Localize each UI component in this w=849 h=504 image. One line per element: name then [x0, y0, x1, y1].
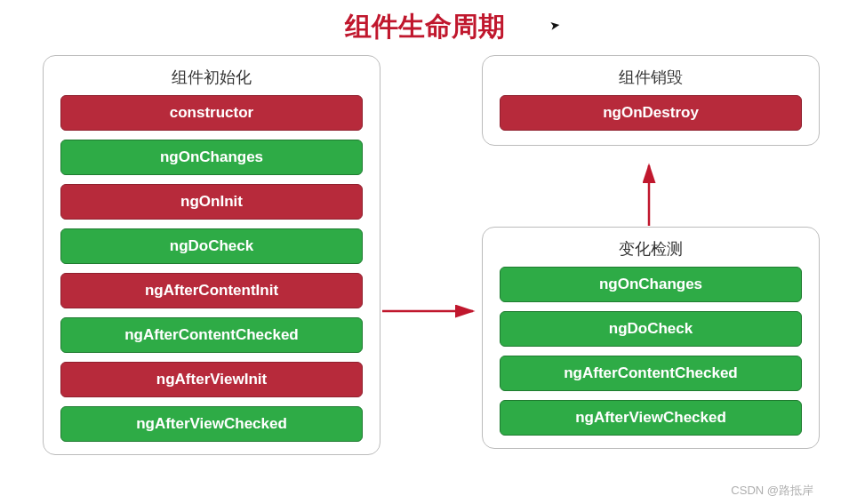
- lifecycle-hook-label: ngAfterViewChecked: [136, 415, 287, 433]
- lifecycle-hook: ngAfterViewInit: [60, 362, 363, 397]
- lifecycle-hook-label: ngOnChanges: [160, 148, 263, 166]
- arrow-change-to-destroy: [631, 158, 667, 228]
- init-box-label: 组件初始化: [172, 67, 252, 88]
- lifecycle-hook-label: constructor: [170, 104, 253, 122]
- init-box: 组件初始化 constructor ngOnChanges ngOnInit n…: [43, 55, 380, 455]
- lifecycle-hook: ngDoCheck: [60, 228, 363, 264]
- lifecycle-hook-label: ngOnDestroy: [603, 104, 699, 122]
- lifecycle-hook: ngAfterContentInit: [60, 273, 363, 308]
- arrow-init-to-change: [380, 293, 482, 329]
- lifecycle-hook-label: ngDoCheck: [170, 237, 253, 255]
- diagram-title: 组件生命周期: [0, 0, 849, 45]
- lifecycle-hook-label: ngOnChanges: [599, 276, 702, 293]
- lifecycle-hook-label: ngAfterViewChecked: [575, 409, 726, 427]
- destroy-box-label: 组件销毁: [619, 67, 683, 88]
- lifecycle-hook: ngOnChanges: [500, 267, 802, 302]
- mouse-cursor-icon: ➤: [549, 17, 561, 33]
- lifecycle-hook: ngAfterViewChecked: [60, 406, 363, 442]
- lifecycle-hook-label: ngAfterContentInit: [145, 282, 278, 300]
- lifecycle-hook-label: ngDoCheck: [609, 320, 693, 338]
- lifecycle-hook-label: ngAfterContentChecked: [124, 326, 299, 344]
- change-box-label: 变化检测: [619, 238, 683, 260]
- lifecycle-hook: ngAfterContentChecked: [500, 356, 802, 391]
- lifecycle-hook: ngAfterViewChecked: [500, 400, 802, 436]
- lifecycle-hook: ngAfterContentChecked: [60, 317, 363, 353]
- lifecycle-hook-label: ngAfterViewInit: [156, 371, 267, 388]
- lifecycle-hook: ngOnDestroy: [500, 95, 802, 131]
- change-box: 变化检测 ngOnChanges ngDoCheck ngAfterConten…: [482, 227, 820, 449]
- destroy-box: 组件销毁 ngOnDestroy: [482, 55, 820, 146]
- lifecycle-hook-label: ngOnInit: [180, 193, 243, 211]
- lifecycle-hook: ngOnChanges: [60, 140, 363, 175]
- lifecycle-hook: constructor: [60, 95, 363, 131]
- lifecycle-hook: ngOnInit: [60, 184, 363, 220]
- lifecycle-hook: ngDoCheck: [500, 311, 802, 347]
- watermark: CSDN @路抵岸: [731, 483, 813, 499]
- lifecycle-hook-label: ngAfterContentChecked: [564, 364, 738, 382]
